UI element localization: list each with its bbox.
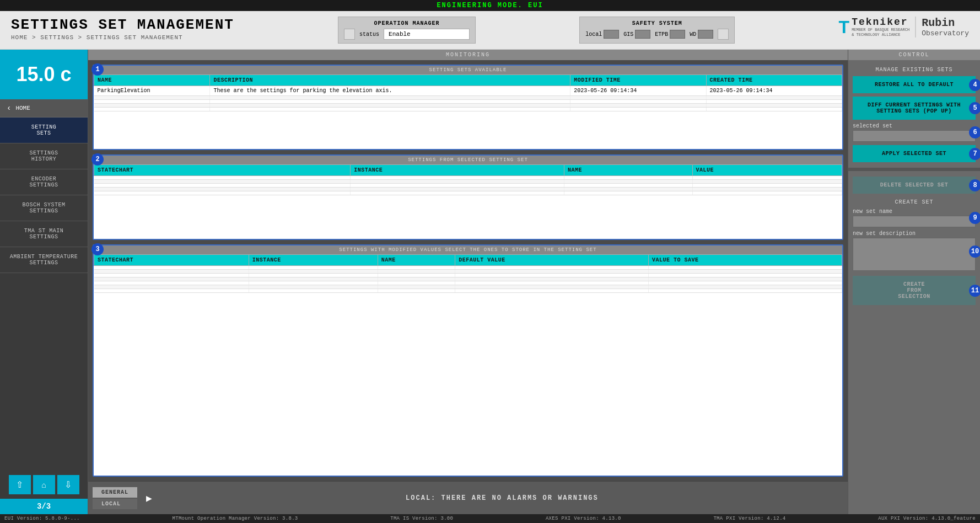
selected-settings-table: STATECHART INSTANCE NAME VALUE (94, 164, 842, 195)
col-instance: INSTANCE (249, 255, 378, 266)
table-row[interactable] (94, 180, 842, 184)
col-created-time: CREATED TIME (706, 75, 842, 86)
table-1-header: SETTING SETS AVAILABLE (94, 66, 842, 74)
sidebar-item-bosch-system-settings[interactable]: BOSCH SYSTEMSETTINGS (0, 195, 88, 221)
nav-down-button[interactable]: ⇩ (57, 475, 79, 494)
new-set-desc-label: new set description (853, 231, 976, 237)
table-modified-settings: 3 SETTINGS WITH MODIFIED VALUES SELECT T… (93, 244, 843, 477)
local-label: local (585, 31, 602, 38)
local-indicator: local (585, 30, 619, 39)
table-row[interactable] (94, 108, 842, 111)
delete-selected-set-button[interactable]: DELETE SELECTED SET (853, 177, 976, 194)
axes-pxi-version: AXES PXI Version: 4.13.0 (546, 516, 621, 521)
badge-4: 4 (969, 79, 980, 91)
tma-pxi-version: TMA PXI Version: 4.12.4 (713, 516, 785, 521)
selected-set-input[interactable] (853, 130, 976, 142)
sidebar-item-settings-history[interactable]: SETTINGSHISTORY (0, 143, 88, 169)
table-3-header: SETTINGS WITH MODIFIED VALUES SELECT THE… (94, 246, 842, 254)
badge-11: 11 (969, 285, 980, 297)
new-set-desc-input[interactable] (853, 238, 976, 271)
modified-settings-table: STATECHART INSTANCE NAME DEFAULT VALUE V… (94, 254, 842, 293)
operation-manager-icon[interactable] (344, 29, 355, 40)
logo-area: T Tekniker MEMBER OF BASQUE RESEARCH& TE… (839, 17, 969, 38)
rubin-name: Rubin (922, 17, 969, 29)
wd-label: WD (690, 31, 696, 38)
apply-selected-set-button[interactable]: APPLY SELECTED SET (853, 145, 976, 162)
col-name: NAME (378, 255, 455, 266)
badge-2: 2 (91, 153, 104, 166)
cell-created-time: 2023-05-26 09:14:34 (706, 86, 842, 96)
nav-up-button[interactable]: ⇧ (9, 475, 31, 494)
table-row[interactable] (94, 285, 842, 289)
sidebar-item-encoder-settings[interactable]: ENCODERSETTINGS (0, 169, 88, 195)
table-row[interactable] (94, 104, 842, 108)
table-row[interactable] (94, 100, 842, 104)
nav-home-button[interactable]: ⌂ (33, 475, 55, 494)
status-text: LOCAL: THERE ARE NO ALARMS OR WARNINGS (157, 494, 848, 502)
col-instance: INSTANCE (351, 165, 564, 176)
wd-box[interactable] (698, 30, 713, 39)
tma-is-version: TMA IS Version: 3.00 (390, 516, 453, 521)
table-row[interactable] (94, 274, 842, 277)
table-row[interactable]: ParkingElevation These are the settings … (94, 86, 842, 96)
etpb-indicator: ETPB (655, 30, 685, 39)
col-value: VALUE (692, 165, 842, 176)
col-statechart: STATECHART (94, 165, 351, 176)
col-value-to-save: VALUE TO SAVE (649, 255, 842, 266)
table-row[interactable] (94, 96, 842, 100)
new-set-name-label: new set name (853, 209, 976, 215)
header: SETTINGS SET MANAGEMENT HOME > SETTINGS … (0, 11, 980, 50)
op-status-label: status (359, 31, 379, 38)
aux-pxi-version: AUX PXI Version: 4.13.0_feature (878, 516, 976, 521)
monitoring-header: MONITORING (88, 50, 848, 60)
operation-manager-row: status Enable (344, 29, 470, 40)
badge-1: 1 (91, 63, 104, 76)
selected-set-label: selected set (853, 123, 976, 129)
badge-6: 6 (969, 126, 980, 138)
table-row[interactable] (94, 191, 842, 195)
table-row[interactable] (94, 184, 842, 188)
eui-version: EUI Version: 5.8.0-9-... (4, 516, 80, 521)
badge-8: 8 (969, 179, 980, 191)
table-setting-sets-available: 1 SETTING SETS AVAILABLE NAME DESCRIPTIO… (93, 65, 843, 150)
setting-sets-table: NAME DESCRIPTION MODIFIED TIME CREATED T… (94, 74, 842, 111)
cell-name: ParkingElevation (94, 86, 210, 96)
control-header: CONTROL (848, 50, 980, 60)
safety-system-icon[interactable] (718, 29, 729, 40)
table-row[interactable] (94, 277, 842, 281)
engineering-mode-text: ENGINEERING MODE. EUI (437, 2, 543, 9)
table-row[interactable] (94, 176, 842, 180)
create-from-selection-button[interactable]: CREATEFROMSELECTION (853, 276, 976, 305)
table-row[interactable] (94, 266, 842, 270)
page-title: SETTINGS SET MANAGEMENT (11, 17, 234, 33)
new-set-name-input[interactable] (853, 216, 976, 227)
table-row[interactable] (94, 270, 842, 274)
selected-set-container: selected set 6 (853, 123, 976, 142)
etpb-label: ETPB (655, 31, 668, 38)
local-box[interactable] (604, 30, 619, 39)
badge-5: 5 (969, 102, 980, 114)
sidebar-item-setting-sets[interactable]: SETTINGSETS (0, 118, 88, 143)
restore-all-default-button[interactable]: RESTORE ALL TO DEFAULT (853, 76, 976, 93)
safety-system-panel: SAFETY SYSTEM local GIS ETPB WD (579, 17, 735, 44)
etpb-box[interactable] (670, 30, 685, 39)
table-row[interactable] (94, 289, 842, 293)
diff-settings-button[interactable]: DIFF CURRENT SETTINGS WITHSETTING SETS (… (853, 97, 976, 120)
sidebar-item-home[interactable]: ‹ HOME (0, 99, 88, 118)
gis-box[interactable] (635, 30, 650, 39)
sidebar-item-tma-st-main-settings[interactable]: TMA ST MAINSETTINGS (0, 221, 88, 247)
tab-general[interactable]: GENERAL (93, 487, 137, 498)
cell-modified-time: 2023-05-26 09:14:34 (570, 86, 706, 96)
restore-btn-container: RESTORE ALL TO DEFAULT 4 (853, 76, 976, 93)
bottom-tabs: GENERAL LOCAL (88, 485, 142, 511)
wd-indicator: WD (690, 30, 713, 39)
tab-local[interactable]: LOCAL (93, 499, 137, 509)
sidebar-item-ambient-temperature-settings[interactable]: AMBIENT TEMPERATURESETTINGS (0, 247, 88, 273)
separator (848, 168, 980, 171)
cell-description: These are the settings for parking the e… (210, 86, 570, 96)
gis-indicator: GIS (623, 30, 650, 39)
sidebar-nav-buttons: ⇧ ⌂ ⇩ (0, 471, 88, 499)
table-row[interactable] (94, 188, 842, 191)
table-row[interactable] (94, 281, 842, 285)
tekniker-subtitle: MEMBER OF BASQUE RESEARCH& TECHNOLOGY AL… (852, 28, 909, 38)
